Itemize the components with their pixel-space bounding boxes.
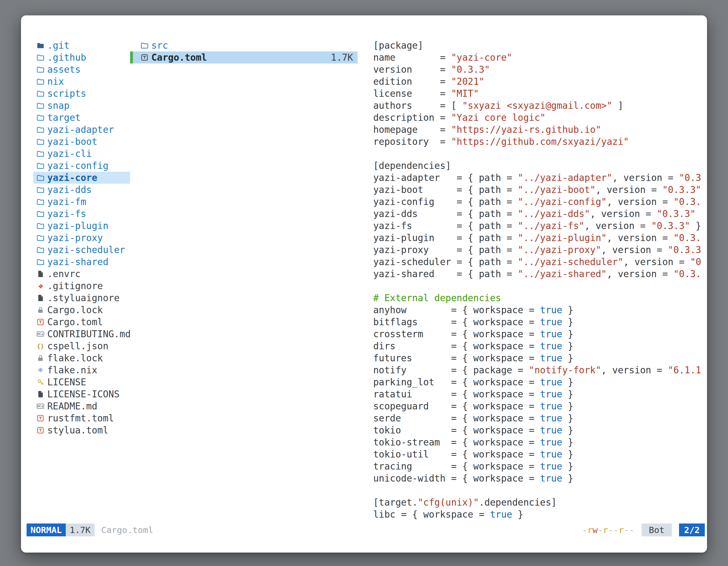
preview-line: dirs = { workspace = true } (373, 340, 707, 352)
file-row[interactable]: yazi-cli (33, 148, 130, 160)
preview-line: yazi-proxy = { path = "../yazi-proxy", v… (373, 244, 707, 256)
file-row[interactable]: target (33, 112, 130, 124)
file-row[interactable]: src (130, 39, 358, 51)
preview-line: repository = "https://github.com/sxyazi/… (373, 136, 707, 148)
file-name: Cargo.lock (47, 304, 103, 315)
file-row[interactable]: yazi-config (33, 160, 130, 172)
folder-icon (36, 198, 47, 206)
file-name: cspell.json (47, 340, 109, 351)
preview-pane[interactable]: [package]name = "yazi-core"version = "0.… (358, 39, 707, 523)
file-row[interactable]: yazi-plugin (33, 220, 130, 232)
preview-line: # External dependencies (373, 292, 707, 304)
folder-icon (140, 41, 151, 50)
file-name: target (47, 112, 81, 123)
current-pane[interactable]: srcCargo.toml1.7K (130, 39, 358, 523)
file-row[interactable]: stylua.toml (33, 424, 130, 436)
file-row[interactable]: yazi-adapter (33, 124, 130, 136)
file-name: LICENSE-ICONS (47, 389, 119, 400)
file-row[interactable]: yazi-core (33, 172, 130, 184)
lock-icon (36, 354, 47, 362)
parent-pane[interactable]: .git.githubassetsnixscriptssnaptargetyaz… (21, 39, 130, 523)
file-row[interactable]: yazi-shared (33, 256, 130, 268)
file-row[interactable]: yazi-proxy (33, 232, 130, 244)
file-name: yazi-proxy (47, 233, 103, 243)
folder-icon (36, 53, 47, 62)
file-name: yazi-scheduler (47, 245, 125, 255)
git-icon (36, 282, 47, 290)
file-row[interactable]: yazi-fm (33, 196, 130, 208)
preview-line: tokio = { workspace = true } (373, 424, 707, 436)
preview-line: ratatui = { workspace = true } (373, 388, 707, 400)
file-name: src (151, 40, 168, 51)
file-row[interactable]: yazi-scheduler (33, 244, 130, 256)
file-name: rustfmt.toml (47, 413, 114, 424)
file-row[interactable]: README.md (33, 400, 130, 412)
file-row[interactable]: ❄flake.nix (33, 364, 130, 376)
preview-line: tokio-util = { workspace = true } (373, 448, 707, 460)
file-icon (36, 270, 47, 278)
folder-icon (36, 222, 47, 230)
file-row[interactable]: yazi-fs (33, 208, 130, 220)
file-row[interactable]: yazi-dds (33, 184, 130, 196)
preview-line: crossterm = { workspace = true } (373, 328, 707, 340)
preview-line: yazi-dds = { path = "../yazi-dds", versi… (373, 208, 707, 220)
file-name: flake.lock (47, 353, 103, 363)
file-row[interactable]: Cargo.toml (33, 316, 130, 328)
file-name: .git (47, 40, 69, 51)
file-name: yazi-cli (47, 148, 92, 159)
preview-line (373, 280, 707, 292)
file-name: .envrc (47, 269, 81, 280)
lock-icon (36, 305, 47, 314)
file-name: .github (47, 52, 86, 63)
preview-line: tokio-stream = { workspace = true } (373, 436, 707, 448)
preview-line: scopeguard = { workspace = true } (373, 400, 707, 412)
file-row[interactable]: .github (33, 51, 130, 64)
file-row[interactable]: LICENSE-ICONS (33, 388, 130, 400)
file-row[interactable]: Cargo.lock (33, 304, 130, 316)
preview-line: description = "Yazi core logic" (373, 112, 707, 124)
markdown-icon (36, 402, 47, 410)
file-row[interactable]: .styluaignore (33, 292, 130, 304)
file-row[interactable]: scripts (33, 88, 130, 100)
preview-line: edition = "2021" (373, 76, 707, 88)
file-name: yazi-dds (47, 184, 92, 195)
file-row[interactable]: {}cspell.json (33, 340, 130, 352)
scroll-position-badge: Bot (642, 523, 672, 536)
svg-text:❄: ❄ (38, 366, 43, 373)
preview-line: [package] (373, 39, 707, 51)
file-name: Cargo.toml (151, 52, 207, 63)
preview-line: tracing = { workspace = true } (373, 460, 707, 472)
file-row[interactable]: .git (33, 39, 130, 51)
file-row[interactable]: nix (33, 76, 130, 88)
preview-line: [target."cfg(unix)".dependencies] (373, 496, 707, 508)
file-row[interactable]: LICENSE (33, 376, 130, 388)
folder-icon (36, 186, 47, 194)
file-row[interactable]: flake.lock (33, 352, 130, 364)
file-row[interactable]: CONTRIBUTING.md (33, 328, 130, 340)
file-name: yazi-config (47, 160, 109, 171)
folder-icon (36, 113, 47, 122)
folder-icon (36, 173, 47, 182)
file-name: CONTRIBUTING.md (47, 328, 130, 339)
file-row[interactable]: .envrc (33, 268, 130, 280)
file-name: stylua.toml (47, 425, 109, 436)
file-row[interactable]: rustfmt.toml (33, 412, 130, 424)
file-name: assets (47, 64, 81, 75)
file-name: snap (47, 100, 69, 111)
preview-line: yazi-shared = { path = "../yazi-shared",… (373, 268, 707, 280)
marked-indicator (130, 51, 133, 64)
file-row[interactable]: snap (33, 100, 130, 112)
file-icon (36, 390, 47, 398)
file-row[interactable]: assets (33, 64, 130, 76)
preview-line (373, 484, 707, 496)
file-row[interactable]: yazi-boot (33, 136, 130, 148)
file-row[interactable]: Cargo.toml1.7K (130, 51, 358, 64)
nix-icon: ❄ (36, 366, 47, 374)
json-icon: {} (36, 342, 47, 350)
preview-line: libc = { workspace = true } (373, 508, 707, 520)
git-folder-icon (36, 41, 47, 50)
toml-icon (36, 426, 47, 434)
permissions-text: -rw-r--r-- (582, 525, 634, 535)
file-row[interactable]: .gitignore (33, 280, 130, 292)
preview-line: notify = { package = "notify-fork", vers… (373, 364, 707, 376)
